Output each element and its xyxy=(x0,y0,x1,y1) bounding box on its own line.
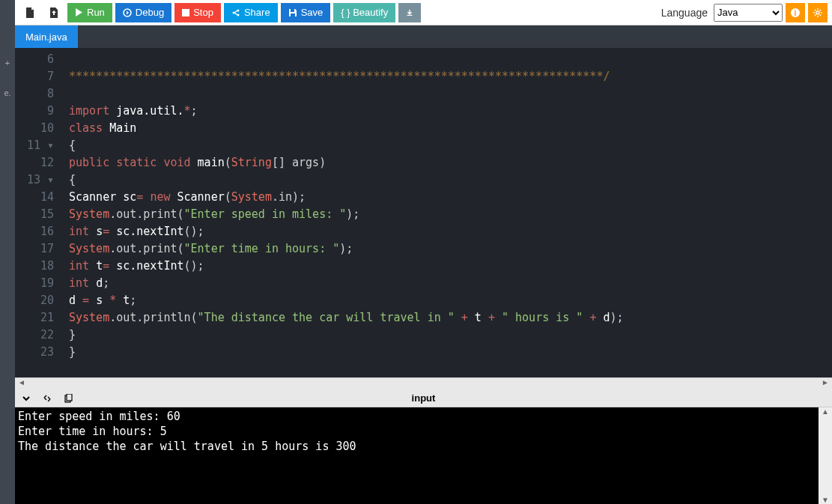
debug-label: Debug xyxy=(136,7,164,18)
rail-item-1[interactable]: + xyxy=(5,58,10,67)
svg-point-3 xyxy=(237,9,239,11)
save-label: Save xyxy=(301,7,324,18)
svg-rect-6 xyxy=(291,13,295,16)
share-label: Share xyxy=(244,7,270,18)
svg-rect-5 xyxy=(291,9,294,12)
stop-button[interactable]: Stop xyxy=(174,3,221,22)
save-button[interactable]: Save xyxy=(281,3,331,22)
console-collapse-icon[interactable] xyxy=(19,392,33,405)
settings-button[interactable] xyxy=(808,3,828,22)
svg-point-9 xyxy=(816,11,819,14)
tab-bar: Main.java xyxy=(15,25,832,48)
stop-label: Stop xyxy=(193,7,213,18)
language-label: Language xyxy=(661,7,708,19)
svg-point-2 xyxy=(232,11,234,13)
code-editor[interactable]: 67891011 ▾1213 ▾14151617181920212223 ***… xyxy=(15,48,832,377)
code-area[interactable]: ****************************************… xyxy=(69,48,832,377)
console-expand-icon[interactable] xyxy=(40,392,54,405)
beautify-label: { } Beautify xyxy=(341,7,388,18)
run-label: Run xyxy=(87,7,105,18)
upload-icon[interactable] xyxy=(43,3,64,22)
toolbar: Run Debug Stop Share Save { } Beautify L… xyxy=(15,0,832,25)
tab-main-java[interactable]: Main.java xyxy=(15,25,78,48)
share-button[interactable]: Share xyxy=(224,3,278,22)
svg-point-4 xyxy=(237,13,239,16)
svg-text:i: i xyxy=(795,9,797,17)
editor-scrollbar[interactable]: ◄► xyxy=(15,377,832,389)
console-toolbar: input xyxy=(15,389,832,407)
new-file-icon[interactable] xyxy=(19,3,40,22)
run-button[interactable]: Run xyxy=(67,3,112,22)
console-title: input xyxy=(412,392,436,404)
svg-rect-1 xyxy=(182,9,189,16)
info-button[interactable]: i xyxy=(786,3,805,22)
console-output[interactable]: Enter speed in miles: 60 Enter time in h… xyxy=(15,407,819,504)
language-select[interactable]: Java xyxy=(714,4,783,22)
debug-button[interactable]: Debug xyxy=(115,3,171,22)
rail-item-2[interactable]: e. xyxy=(4,88,10,97)
svg-rect-11 xyxy=(67,394,72,401)
left-rail: + e. xyxy=(0,0,15,504)
console-copy-icon[interactable] xyxy=(61,392,75,405)
line-gutter: 67891011 ▾1213 ▾14151617181920212223 xyxy=(15,48,61,377)
download-button[interactable] xyxy=(398,3,421,22)
beautify-button[interactable]: { } Beautify xyxy=(333,3,395,22)
console-scrollbar[interactable]: ▲▼ xyxy=(819,407,832,504)
